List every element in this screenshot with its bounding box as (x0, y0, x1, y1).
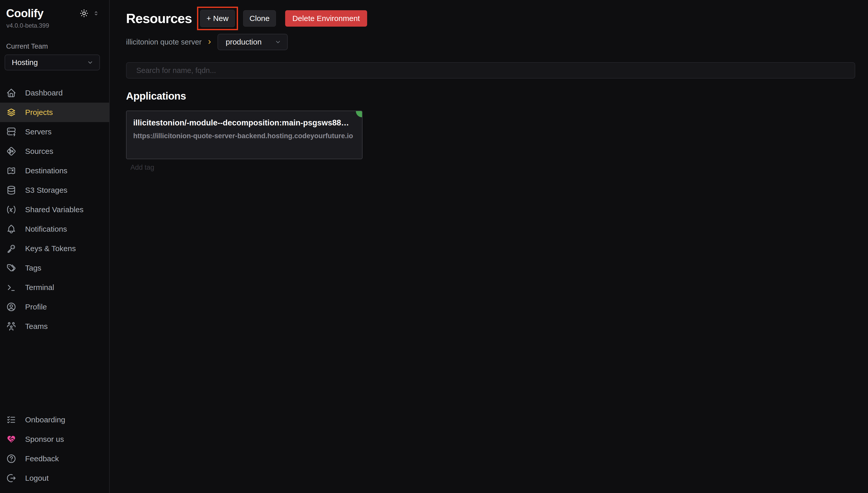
sidebar-item-profile[interactable]: Profile (0, 297, 109, 317)
sidebar-footer: Onboarding Sponsor us Feedback Logout (0, 410, 109, 488)
environment-select[interactable]: production (218, 34, 288, 50)
app-version: v4.0.0-beta.399 (0, 19, 109, 29)
tags-icon (6, 263, 16, 273)
sidebar-item-label: S3 Storages (25, 186, 67, 195)
application-name: illicitestonion/-module--decomposition:m… (133, 118, 350, 127)
sidebar-item-label: Shared Variables (25, 205, 84, 214)
map-icon (6, 166, 16, 176)
bell-icon (6, 224, 16, 234)
sidebar-nav: Dashboard Projects Servers Sources Desti… (0, 83, 109, 336)
sidebar-item-servers[interactable]: Servers (0, 122, 109, 142)
applications-section-title: Applications (126, 90, 856, 102)
sidebar-item-sources[interactable]: Sources (0, 142, 109, 161)
theme-selector-icon[interactable] (93, 10, 99, 17)
sidebar: Coolify v4.0.0-beta.399 Current Team Hos… (0, 0, 110, 493)
sidebar-item-teams[interactable]: Teams (0, 317, 109, 336)
sidebar-item-logout[interactable]: Logout (0, 468, 109, 488)
sidebar-item-label: Logout (25, 474, 49, 483)
search-input[interactable] (126, 62, 855, 79)
sidebar-item-label: Keys & Tokens (25, 244, 76, 253)
sidebar-item-label: Sponsor us (25, 435, 64, 444)
page-title: Resources (126, 11, 192, 26)
application-url: https://illicitonion-quote-server-backen… (133, 132, 354, 140)
team-select[interactable]: Hosting (5, 55, 100, 70)
sidebar-item-tags[interactable]: Tags (0, 258, 109, 278)
sidebar-item-projects[interactable]: Projects (0, 103, 109, 122)
sidebar-item-label: Sources (25, 147, 53, 156)
sidebar-item-label: Tags (25, 264, 41, 272)
sidebar-item-s3-storages[interactable]: S3 Storages (0, 180, 109, 200)
page-header: Resources + New Clone Delete Environment (126, 7, 856, 30)
breadcrumb-project-link[interactable]: illicitonion quote server (126, 38, 202, 46)
logout-icon (6, 473, 16, 483)
sidebar-item-label: Teams (25, 322, 48, 331)
chevron-down-icon (87, 59, 94, 66)
sidebar-item-label: Dashboard (25, 89, 63, 97)
sidebar-item-label: Onboarding (25, 415, 65, 424)
user-circle-icon (6, 302, 16, 312)
sidebar-item-shared-variables[interactable]: Shared Variables (0, 200, 109, 219)
sidebar-item-destinations[interactable]: Destinations (0, 161, 109, 180)
sidebar-item-label: Terminal (25, 283, 54, 292)
team-select-value: Hosting (12, 58, 38, 67)
annotation-highlight-box: + New (197, 7, 238, 30)
sidebar-item-keys-tokens[interactable]: Keys & Tokens (0, 239, 109, 258)
brand-row: Coolify (0, 0, 109, 19)
breadcrumb: illicitonion quote server production (126, 34, 856, 50)
app-logo: Coolify (6, 8, 44, 19)
sidebar-item-label: Profile (25, 303, 47, 311)
sun-icon[interactable] (79, 9, 89, 18)
sidebar-item-terminal[interactable]: Terminal (0, 278, 109, 297)
sidebar-item-label: Feedback (25, 454, 59, 463)
status-indicator (356, 111, 362, 117)
current-team-label: Current Team (0, 29, 109, 50)
sidebar-item-sponsor-us[interactable]: Sponsor us (0, 430, 109, 449)
list-check-icon (6, 415, 16, 425)
sidebar-item-label: Destinations (25, 166, 67, 175)
sidebar-item-dashboard[interactable]: Dashboard (0, 83, 109, 103)
layers-icon (6, 107, 16, 117)
chevron-right-icon (206, 39, 213, 45)
add-tag-input[interactable]: Add tag (130, 164, 856, 172)
git-icon (6, 146, 16, 156)
home-icon (6, 88, 16, 98)
heart-handshake-icon (6, 434, 16, 444)
server-bolt-icon (6, 127, 16, 137)
sidebar-item-notifications[interactable]: Notifications (0, 219, 109, 239)
environment-select-value: production (226, 38, 262, 46)
variable-icon (6, 205, 16, 215)
sidebar-item-onboarding[interactable]: Onboarding (0, 410, 109, 430)
new-button[interactable]: + New (200, 10, 235, 27)
help-circle-icon (6, 454, 16, 464)
chevron-down-icon (263, 38, 282, 46)
main-content: Resources + New Clone Delete Environment… (110, 0, 868, 493)
terminal-icon (6, 282, 16, 293)
delete-environment-button[interactable]: Delete Environment (285, 10, 367, 27)
sidebar-item-label: Projects (25, 108, 53, 117)
theme-controls (79, 9, 99, 18)
application-card[interactable]: illicitestonion/-module--decomposition:m… (126, 111, 363, 159)
key-icon (6, 243, 16, 254)
database-icon (6, 185, 16, 195)
clone-button[interactable]: Clone (243, 10, 276, 27)
sidebar-item-feedback[interactable]: Feedback (0, 449, 109, 468)
sidebar-item-label: Notifications (25, 225, 67, 233)
sidebar-item-label: Servers (25, 127, 51, 136)
users-group-icon (6, 321, 16, 331)
